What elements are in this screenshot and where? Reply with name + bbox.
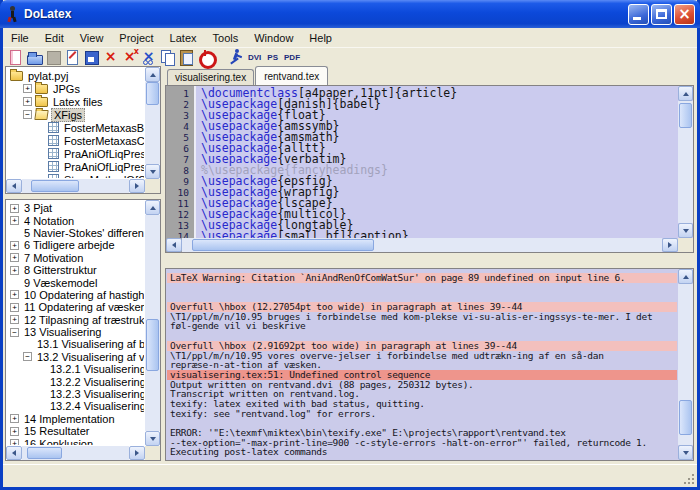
- structure-tree-row[interactable]: +7 Motivation: [7, 252, 144, 264]
- paste-icon[interactable]: [178, 49, 195, 65]
- project-tree-row[interactable]: PraAniOfLiqPressure.fi: [7, 147, 144, 160]
- scroll-thumb[interactable]: [27, 447, 61, 459]
- log-output[interactable]: LaTeX Warning: Citation `AniAndRenOfComW…: [167, 270, 677, 459]
- structure-tree-row[interactable]: 5 Navier-Stokes' differentiallig: [7, 227, 144, 239]
- menu-file[interactable]: File: [3, 30, 37, 46]
- structure-tree-row[interactable]: +10 Opdatering af hastighedsfe: [7, 289, 144, 301]
- structure-tree-row[interactable]: 13.2.4 Visualisering ud: [7, 400, 144, 412]
- view-ps-button[interactable]: PS: [264, 53, 281, 62]
- scroll-thumb[interactable]: [31, 180, 79, 192]
- expand-icon[interactable]: +: [10, 216, 19, 225]
- structure-tree-row[interactable]: 13.2.3 Visualisering ud: [7, 388, 144, 400]
- scroll-up-button[interactable]: [145, 200, 160, 215]
- structure-tree-row[interactable]: +12 Tilpasning af træstruktur: [7, 314, 144, 326]
- scroll-up-button[interactable]: [678, 269, 693, 284]
- minimize-button[interactable]: [628, 4, 649, 25]
- scroll-right-button[interactable]: [129, 446, 145, 460]
- run-latex-icon[interactable]: [227, 49, 244, 65]
- structure-tree-row[interactable]: +14 Implementation: [7, 413, 144, 425]
- project-tree-hscrollbar[interactable]: [6, 179, 145, 193]
- scroll-left-button[interactable]: [6, 179, 22, 193]
- project-tree-row[interactable]: +Latex files: [7, 95, 144, 108]
- scroll-track[interactable]: [678, 101, 693, 223]
- menu-project[interactable]: Project: [111, 30, 161, 46]
- save-file-icon[interactable]: [83, 49, 100, 65]
- expand-icon[interactable]: +: [10, 241, 19, 250]
- scroll-thumb[interactable]: [679, 400, 692, 435]
- expand-icon[interactable]: +: [10, 414, 19, 423]
- scroll-thumb[interactable]: [146, 319, 159, 371]
- scroll-thumb[interactable]: [679, 103, 692, 127]
- project-tree-vscrollbar[interactable]: [145, 67, 160, 179]
- structure-tree-vscrollbar[interactable]: [145, 200, 160, 446]
- tab-rentvand-tex[interactable]: rentvand.tex: [255, 66, 328, 85]
- project-tree-row[interactable]: −XFigs: [7, 108, 144, 121]
- expand-icon[interactable]: +: [23, 97, 32, 106]
- scroll-track[interactable]: [22, 179, 129, 193]
- structure-tree-row[interactable]: 13.1 Visualisering af barrie: [7, 338, 144, 350]
- close-button[interactable]: ×: [674, 4, 695, 25]
- editor-hscrollbar[interactable]: [166, 238, 678, 252]
- menu-view[interactable]: View: [72, 30, 112, 46]
- title-bar[interactable]: DoLatex ×: [0, 0, 700, 28]
- expand-icon[interactable]: +: [10, 290, 19, 299]
- menu-edit[interactable]: Edit: [37, 30, 72, 46]
- scroll-right-button[interactable]: [662, 238, 678, 252]
- structure-tree-row[interactable]: −13.2 Visualisering af væsk: [7, 351, 144, 363]
- log-vscrollbar[interactable]: [678, 269, 693, 460]
- menu-tools[interactable]: Tools: [205, 30, 247, 46]
- copy-icon[interactable]: [159, 49, 176, 65]
- expand-icon[interactable]: +: [10, 427, 19, 436]
- menu-help[interactable]: Help: [301, 30, 340, 46]
- scroll-down-button[interactable]: [145, 164, 160, 179]
- tab-visualisering-tex[interactable]: visualisering.tex: [167, 69, 254, 85]
- edit-file-icon[interactable]: [64, 49, 81, 65]
- structure-tree-row[interactable]: +6 Tidligere arbejde: [7, 239, 144, 251]
- scroll-up-button[interactable]: [678, 86, 693, 101]
- expand-icon[interactable]: +: [10, 253, 19, 262]
- expand-icon[interactable]: +: [10, 439, 19, 445]
- editor-vscrollbar[interactable]: [678, 86, 693, 238]
- structure-tree-hscrollbar[interactable]: [6, 446, 145, 460]
- expand-icon[interactable]: +: [10, 204, 19, 213]
- expand-icon[interactable]: +: [10, 315, 19, 324]
- scroll-track[interactable]: [22, 446, 129, 460]
- project-tree-row[interactable]: FosterMetaxasBounda: [7, 121, 144, 134]
- menu-latex[interactable]: Latex: [162, 30, 205, 46]
- structure-tree-row[interactable]: +11 Opdatering af væskemode: [7, 301, 144, 313]
- close-file-icon[interactable]: ×: [102, 49, 119, 65]
- structure-tree-row[interactable]: +15 Resultater: [7, 425, 144, 437]
- scroll-down-button[interactable]: [145, 431, 160, 446]
- scroll-down-button[interactable]: [678, 445, 693, 460]
- structure-tree-row[interactable]: 9 Væskemodel: [7, 276, 144, 288]
- scroll-left-button[interactable]: [166, 238, 182, 252]
- scroll-down-button[interactable]: [678, 223, 693, 238]
- scroll-right-button[interactable]: [129, 179, 145, 193]
- project-tree-row[interactable]: PraAniOfLiqPressureb.: [7, 160, 144, 173]
- scroll-thumb[interactable]: [146, 82, 159, 105]
- scroll-thumb[interactable]: [192, 239, 374, 251]
- project-tree-row[interactable]: FosterMetaxasCell.fig: [7, 134, 144, 147]
- scroll-up-button[interactable]: [145, 67, 160, 82]
- maximize-button[interactable]: [651, 4, 672, 25]
- collapse-icon[interactable]: −: [23, 110, 32, 119]
- structure-tree-row[interactable]: +3 Pjat: [7, 202, 144, 214]
- code-area[interactable]: 1\documentclass[a4paper,11pt]{article}2\…: [166, 86, 678, 238]
- expand-icon[interactable]: +: [10, 303, 19, 312]
- structure-tree-row[interactable]: −13 Visualisering: [7, 326, 144, 338]
- collapse-icon[interactable]: −: [10, 328, 19, 337]
- menu-window[interactable]: Window: [246, 30, 301, 46]
- view-pdf-button[interactable]: PDF: [281, 53, 303, 62]
- expand-icon[interactable]: +: [10, 266, 19, 275]
- project-tree-row[interactable]: +JPGs: [7, 82, 144, 95]
- resize-grip[interactable]: [692, 482, 694, 484]
- view-dvi-button[interactable]: DVI: [245, 53, 264, 62]
- open-project-icon[interactable]: [26, 49, 43, 65]
- stop-latex-icon[interactable]: [197, 49, 214, 65]
- collapse-icon[interactable]: −: [23, 352, 32, 361]
- scroll-left-button[interactable]: [6, 446, 22, 460]
- scroll-track[interactable]: [678, 284, 693, 445]
- structure-tree-row[interactable]: +16 Konklusion: [7, 437, 144, 445]
- structure-tree-row[interactable]: +8 Gitterstruktur: [7, 264, 144, 276]
- scroll-track[interactable]: [182, 238, 662, 252]
